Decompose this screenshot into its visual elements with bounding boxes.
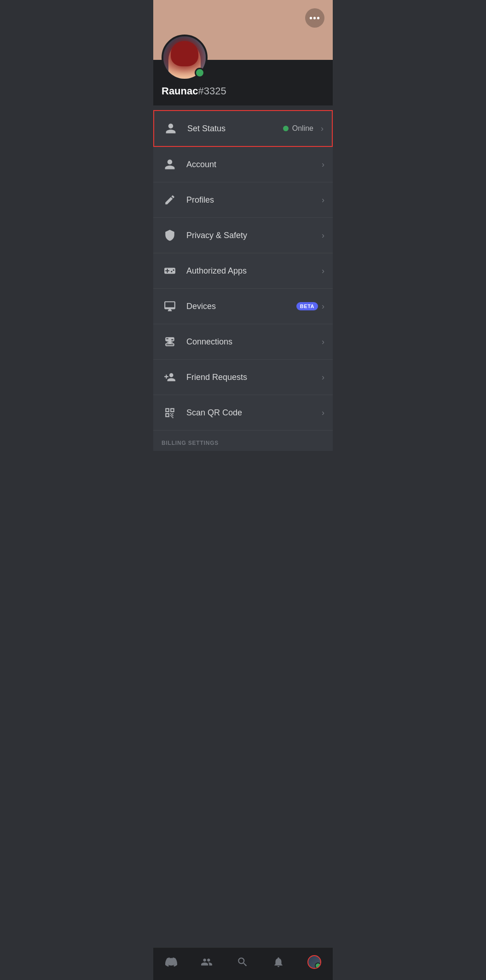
bell-icon <box>272 956 285 968</box>
discord-icon <box>165 956 178 968</box>
profile-info-area: Raunac#3325 <box>153 60 333 105</box>
controller-icon <box>162 262 178 279</box>
online-status-indicator <box>195 68 205 78</box>
billing-settings-header: BILLING SETTINGS <box>153 431 333 451</box>
chevron-icon: › <box>322 337 324 347</box>
account-label: Account <box>186 160 318 169</box>
settings-item-set-status[interactable]: Set Status Online › <box>153 110 333 147</box>
devices-label: Devices <box>186 302 293 311</box>
shield-icon <box>162 227 178 244</box>
username: Raunac <box>162 85 198 97</box>
authorized-apps-label: Authorized Apps <box>186 266 318 276</box>
friend-requests-right: › <box>318 373 324 382</box>
nav-profile-avatar <box>307 955 321 969</box>
nav-item-notifications[interactable] <box>267 954 289 970</box>
settings-item-connections[interactable]: Connections › <box>153 324 333 360</box>
online-dot <box>283 126 289 131</box>
bottom-navigation <box>153 947 333 980</box>
search-icon <box>236 956 249 968</box>
set-status-right: Online › <box>283 124 324 134</box>
username-row: Raunac#3325 <box>153 81 333 97</box>
connections-right: › <box>318 337 324 347</box>
nav-item-friends[interactable] <box>196 954 218 970</box>
chevron-icon: › <box>322 373 324 382</box>
authorized-apps-right: › <box>318 266 324 276</box>
settings-item-devices[interactable]: Devices BETA › <box>153 289 333 324</box>
monitor-icon <box>162 298 178 315</box>
settings-item-privacy-safety[interactable]: Privacy & Safety › <box>153 218 333 253</box>
connections-label: Connections <box>186 337 318 347</box>
chevron-icon: › <box>321 124 324 134</box>
nav-item-home[interactable] <box>160 954 182 970</box>
privacy-safety-right: › <box>318 231 324 240</box>
beta-badge: BETA <box>296 302 318 310</box>
account-right: › <box>318 160 324 169</box>
chevron-icon: › <box>322 266 324 276</box>
more-options-button[interactable]: ••• <box>305 8 324 28</box>
settings-item-scan-qr[interactable]: Scan QR Code › <box>153 395 333 431</box>
chevron-icon: › <box>322 160 324 169</box>
person-wave-icon <box>200 956 213 968</box>
more-dots-icon: ••• <box>309 13 320 23</box>
settings-item-authorized-apps[interactable]: Authorized Apps › <box>153 253 333 289</box>
settings-item-friend-requests[interactable]: Friend Requests › <box>153 360 333 395</box>
privacy-safety-label: Privacy & Safety <box>186 231 318 240</box>
edit-icon <box>162 192 178 208</box>
profiles-label: Profiles <box>186 195 318 205</box>
connections-icon <box>162 333 178 350</box>
set-status-label: Set Status <box>187 124 283 134</box>
nav-item-profile[interactable] <box>303 953 326 971</box>
devices-right: › <box>318 302 324 311</box>
settings-item-account[interactable]: Account › <box>153 147 333 182</box>
discriminator: #3325 <box>198 85 226 97</box>
profiles-right: › <box>318 195 324 205</box>
status-text: Online <box>292 124 313 133</box>
avatar-wrapper <box>162 35 208 81</box>
chevron-icon: › <box>322 231 324 240</box>
person-add-icon <box>162 369 178 385</box>
friend-requests-label: Friend Requests <box>186 373 318 382</box>
chevron-icon: › <box>322 195 324 205</box>
settings-item-profiles[interactable]: Profiles › <box>153 182 333 218</box>
person-icon <box>162 156 178 173</box>
scan-qr-label: Scan QR Code <box>186 408 318 418</box>
person-status-icon <box>162 120 179 137</box>
qr-code-icon <box>162 404 178 421</box>
nav-item-search[interactable] <box>231 954 254 970</box>
chevron-icon: › <box>322 408 324 418</box>
chevron-icon: › <box>322 302 324 311</box>
settings-list: Set Status Online › Account › <box>153 110 333 451</box>
scan-qr-right: › <box>318 408 324 418</box>
